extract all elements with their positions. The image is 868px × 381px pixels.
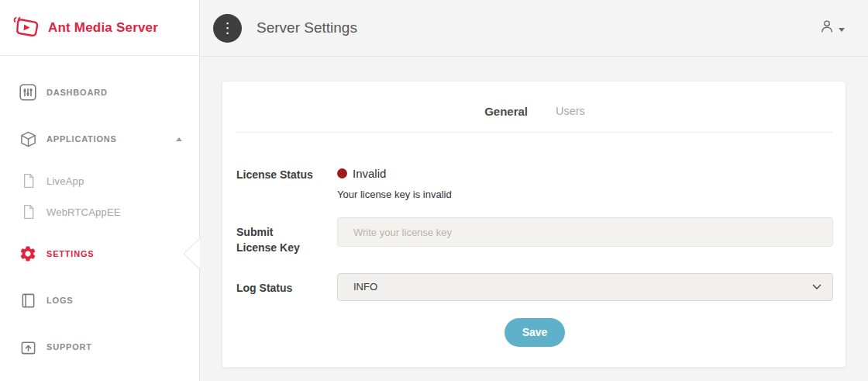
top-bar: ⋮ Server Settings (200, 0, 868, 57)
sidebar-item-label: DASHBOARD (46, 88, 185, 97)
license-status-row: License Status Invalid Your license key … (236, 167, 833, 200)
log-status-row: Log Status INFO (236, 273, 833, 301)
sidebar: Ant Media Server DASHBOARD (0, 0, 200, 381)
main-area: ⋮ Server Settings General Users (200, 0, 868, 381)
sidebar-item-label: SUPPORT (46, 342, 185, 352)
tab-users[interactable]: Users (556, 105, 585, 118)
license-key-input[interactable] (337, 217, 833, 247)
license-key-row: Submit License Key (236, 217, 833, 256)
status-dot-icon (337, 168, 347, 178)
ant-media-logo-icon (12, 16, 40, 40)
sidebar-item-settings[interactable]: SETTINGS (0, 237, 199, 271)
license-key-label: Submit License Key (236, 217, 337, 256)
sidebar-item-label: APPLICATIONS (46, 134, 167, 144)
dashboard-icon (19, 84, 37, 101)
log-status-select[interactable]: INFO (337, 273, 833, 301)
file-icon (22, 204, 36, 220)
license-status-detail: Your license key is invalid (337, 189, 833, 200)
content-area: General Users License Status Invalid You… (200, 57, 868, 381)
file-icon (22, 173, 36, 189)
sidebar-item-support[interactable]: SUPPORT (0, 330, 199, 364)
license-status-label: License Status (236, 167, 337, 200)
license-status-value: Invalid (337, 167, 833, 180)
app-root: Ant Media Server DASHBOARD (0, 0, 868, 381)
license-status-text: Invalid (353, 167, 386, 180)
chevron-up-icon[interactable] (176, 137, 182, 141)
support-icon (19, 339, 37, 355)
user-menu[interactable] (819, 19, 845, 37)
sidebar-nav: DASHBOARD APPLICATIONS (0, 56, 199, 364)
sidebar-item-liveapp[interactable]: LiveApp (0, 165, 199, 196)
log-status-value: INFO (353, 281, 812, 293)
sidebar-item-label: WebRTCAppEE (46, 206, 185, 218)
log-status-label: Log Status (236, 273, 337, 301)
sidebar-item-webrtcappee[interactable]: WebRTCAppEE (0, 196, 199, 227)
tab-general[interactable]: General (484, 105, 528, 118)
log-status-field: INFO (337, 273, 833, 301)
sidebar-item-applications[interactable]: APPLICATIONS (0, 122, 199, 156)
page-title: Server Settings (257, 19, 819, 36)
sidebar-item-logs[interactable]: LOGS (0, 283, 199, 317)
chevron-down-icon (839, 28, 845, 32)
person-icon (819, 19, 835, 37)
sidebar-item-label: LOGS (46, 296, 185, 305)
tabs: General Users (236, 100, 833, 133)
kebab-menu-icon: ⋮ (221, 21, 235, 35)
settings-card: General Users License Status Invalid You… (222, 81, 846, 368)
gear-icon (19, 244, 37, 264)
sidebar-item-label: LiveApp (46, 175, 185, 187)
brand-name: Ant Media Server (48, 20, 158, 36)
license-key-field (337, 217, 833, 256)
applications-icon (19, 130, 37, 148)
sidebar-item-dashboard[interactable]: DASHBOARD (0, 75, 199, 109)
save-button[interactable]: Save (505, 318, 566, 347)
brand[interactable]: Ant Media Server (0, 0, 199, 56)
sidebar-item-label: SETTINGS (46, 249, 185, 258)
chevron-down-icon (812, 284, 822, 289)
kebab-menu-button[interactable]: ⋮ (213, 14, 242, 43)
settings-form: License Status Invalid Your license key … (236, 133, 833, 347)
license-status-field: Invalid Your license key is invalid (337, 167, 833, 200)
logs-icon (19, 293, 37, 309)
